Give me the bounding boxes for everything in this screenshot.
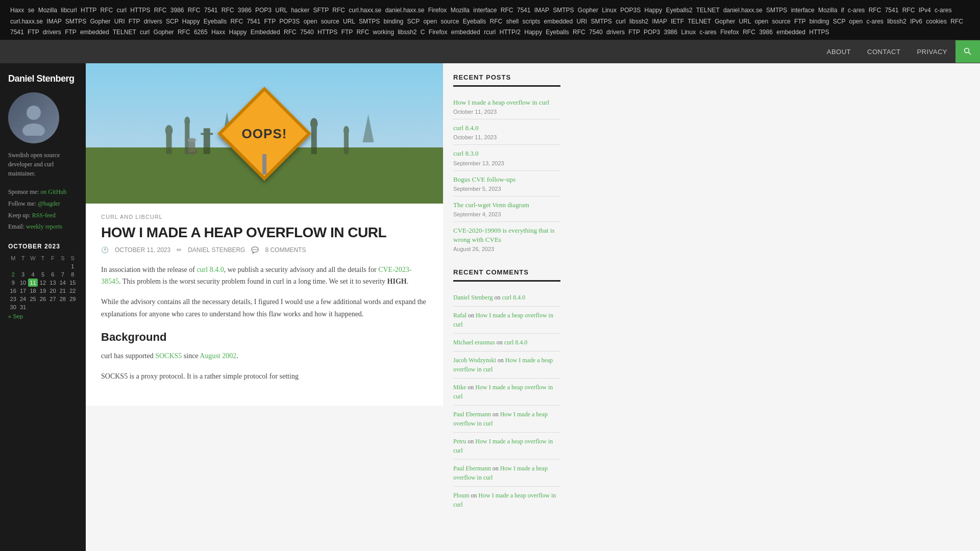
recent-post-date: October 11, 2023 — [453, 134, 560, 140]
svg-point-15 — [344, 126, 349, 135]
cal-day[interactable]: 21 — [58, 287, 67, 295]
cal-day — [48, 262, 58, 270]
top-navigation: ABOUT CONTACT PRIVACY — [0, 40, 980, 63]
article-comments[interactable]: 8 COMMENTS — [265, 246, 306, 254]
meta-comment-icon: 💬 — [251, 246, 259, 254]
email-link[interactable]: weekly reports — [26, 223, 62, 230]
cal-day[interactable]: 17 — [18, 287, 28, 295]
calendar-nav: « Sep — [8, 313, 78, 319]
cal-day[interactable]: 31 — [18, 303, 28, 311]
cal-day[interactable]: 9 — [8, 279, 18, 287]
article-date[interactable]: OCTOBER 11, 2023 — [115, 246, 170, 254]
svg-point-0 — [965, 48, 969, 53]
cal-day[interactable]: 12 — [38, 279, 47, 287]
cal-day[interactable]: 19 — [38, 287, 47, 295]
august2002-link[interactable]: August 2002 — [200, 352, 236, 360]
cal-day[interactable]: 18 — [28, 287, 38, 295]
cal-day[interactable]: 26 — [38, 295, 47, 303]
article-author[interactable]: DANIEL STENBERG — [188, 246, 245, 254]
cal-day[interactable]: 4 — [28, 270, 38, 279]
comment-post-link[interactable]: curl 8.4.0 — [502, 294, 525, 301]
cal-day[interactable]: 7 — [58, 270, 67, 279]
cal-day[interactable]: 1 — [68, 262, 78, 270]
recent-post-date: August 26, 2023 — [453, 246, 560, 252]
cal-day[interactable]: 10 — [18, 279, 28, 287]
rss-line: Keep up: RSS-feed — [8, 210, 78, 221]
recent-post-link[interactable]: curl 8.3.0 — [453, 149, 560, 158]
commenter-link[interactable]: Ploum — [453, 492, 469, 499]
cal-day — [28, 262, 38, 270]
cal-day — [38, 262, 47, 270]
cal-day — [28, 303, 38, 311]
left-sidebar: Daniel Stenberg Swedish open source deve… — [0, 63, 86, 551]
recent-post-item: How I made a heap overflow in curlOctobe… — [453, 94, 560, 119]
commenter-link[interactable]: Mike — [453, 384, 466, 391]
twitter-link[interactable]: @bagder — [38, 200, 60, 207]
cal-day[interactable]: 13 — [48, 279, 58, 287]
curl-840-link[interactable]: curl 8.4.0 — [197, 266, 224, 273]
search-icon — [964, 47, 972, 56]
cal-day[interactable]: 11 — [28, 279, 38, 287]
commenter-link[interactable]: Michael erasmus — [453, 339, 495, 346]
cal-day[interactable]: 5 — [38, 270, 47, 279]
recent-posts-widget: RECENT POSTS How I made a heap overflow … — [453, 73, 560, 256]
prev-month-link[interactable]: « Sep — [8, 313, 23, 319]
commenter-link[interactable]: Paul Ebermann — [453, 411, 491, 418]
cal-day[interactable]: 23 — [8, 295, 18, 303]
cal-day[interactable]: 2 — [8, 270, 18, 279]
cal-day[interactable]: 8 — [68, 270, 78, 279]
main-area: OOPS! CURL AND LIBCURL HOW I MADE A HEAP… — [86, 63, 980, 551]
cal-day[interactable]: 25 — [28, 295, 38, 303]
article-body: In association with the release of curl … — [101, 264, 428, 383]
meta-author-icon: ✏ — [177, 246, 182, 254]
calendar-title: OCTOBER 2023 — [8, 243, 78, 250]
meta-date-icon: 🕐 — [101, 246, 109, 254]
comment-post-link[interactable]: curl 8.4.0 — [504, 339, 528, 346]
nav-contact[interactable]: CONTACT — [859, 41, 909, 63]
socks5-link[interactable]: SOCKS5 — [155, 352, 182, 360]
commenter-link[interactable]: Jacob Wodzynski — [453, 357, 496, 364]
recent-post-link[interactable]: CVE-2020-19909 is everything that is wro… — [453, 226, 560, 244]
article-paragraph-1: In association with the release of curl … — [101, 264, 428, 288]
commenter-link[interactable]: Petru — [453, 438, 466, 445]
cal-day[interactable]: 15 — [68, 279, 78, 287]
cal-day — [38, 303, 47, 311]
cal-day[interactable]: 16 — [8, 287, 18, 295]
nav-privacy[interactable]: PRIVACY — [909, 41, 955, 63]
commenter-link[interactable]: Daniel Stenberg — [453, 294, 493, 301]
recent-post-link[interactable]: The curl-wget Venn diagram — [453, 201, 560, 210]
cal-day[interactable]: 24 — [18, 295, 28, 303]
sidebar-blog-title: Daniel Stenberg — [8, 73, 78, 84]
recent-post-link[interactable]: curl 8.4.0 — [453, 123, 560, 133]
commenter-link[interactable]: Paul Ebermann — [453, 465, 491, 472]
calendar-table: M T W T F S S 12345678910111213141516171… — [8, 254, 78, 311]
github-link[interactable]: on GitHub — [40, 188, 66, 195]
cal-day — [68, 303, 78, 311]
cal-day[interactable]: 3 — [18, 270, 28, 279]
rss-link[interactable]: RSS-feed — [32, 212, 56, 219]
cal-day[interactable]: 30 — [8, 303, 18, 311]
cal-header-f: F — [48, 254, 58, 262]
recent-post-item: curl 8.3.0September 13, 2023 — [453, 145, 560, 170]
cal-day[interactable]: 6 — [48, 270, 58, 279]
recent-post-link[interactable]: Bogus CVE follow-ups — [453, 175, 560, 184]
cal-header-w: W — [28, 254, 38, 262]
recent-post-link[interactable]: How I made a heap overflow in curl — [453, 98, 560, 107]
avatar-placeholder — [8, 92, 59, 143]
cal-day[interactable]: 29 — [68, 295, 78, 303]
cal-day[interactable]: 20 — [48, 287, 58, 295]
cal-day[interactable]: 14 — [58, 279, 67, 287]
commenter-link[interactable]: Rafal — [453, 312, 467, 319]
svg-marker-18 — [363, 114, 374, 142]
search-button[interactable] — [955, 40, 980, 63]
cal-day[interactable]: 27 — [48, 295, 58, 303]
article-hero-image: OOPS! — [86, 63, 443, 204]
comment-post-link[interactable]: How I made a heap overflow in curl — [453, 492, 556, 508]
comment-item: Michael erasmus on curl 8.4.0 — [453, 334, 560, 352]
cal-day[interactable]: 28 — [58, 295, 67, 303]
cal-day[interactable]: 22 — [68, 287, 78, 295]
article-column: OOPS! CURL AND LIBCURL HOW I MADE A HEAP… — [86, 63, 443, 551]
svg-point-2 — [27, 106, 41, 120]
cal-day — [48, 303, 58, 311]
nav-about[interactable]: ABOUT — [819, 41, 859, 63]
